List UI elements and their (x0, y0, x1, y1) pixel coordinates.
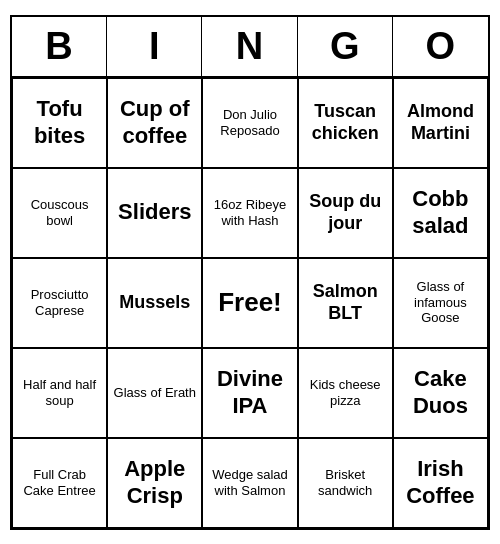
cell-r1-c2: 16oz Ribeye with Hash (202, 168, 297, 258)
cell-r0-c3: Tuscan chicken (298, 78, 393, 168)
cell-r4-c0: Full Crab Cake Entree (12, 438, 107, 528)
header-letter: O (393, 17, 488, 76)
cell-r2-c2: Free! (202, 258, 297, 348)
cell-r3-c1: Glass of Erath (107, 348, 202, 438)
bingo-grid: Tofu bitesCup of coffeeDon Julio Reposad… (12, 78, 488, 528)
cell-r4-c2: Wedge salad with Salmon (202, 438, 297, 528)
header-letter: B (12, 17, 107, 76)
cell-r0-c0: Tofu bites (12, 78, 107, 168)
cell-r2-c1: Mussels (107, 258, 202, 348)
cell-r3-c0: Half and half soup (12, 348, 107, 438)
cell-r1-c1: Sliders (107, 168, 202, 258)
cell-r4-c1: Apple Crisp (107, 438, 202, 528)
cell-r1-c0: Couscous bowl (12, 168, 107, 258)
cell-r2-c3: Salmon BLT (298, 258, 393, 348)
cell-r2-c0: Prosciutto Caprese (12, 258, 107, 348)
cell-r3-c3: Kids cheese pizza (298, 348, 393, 438)
cell-r4-c3: Brisket sandwich (298, 438, 393, 528)
bingo-header: BINGO (12, 17, 488, 78)
cell-r1-c3: Soup du jour (298, 168, 393, 258)
bingo-card: BINGO Tofu bitesCup of coffeeDon Julio R… (10, 15, 490, 530)
cell-r2-c4: Glass of infamous Goose (393, 258, 488, 348)
header-letter: I (107, 17, 202, 76)
cell-r3-c2: Divine IPA (202, 348, 297, 438)
cell-r0-c1: Cup of coffee (107, 78, 202, 168)
cell-r1-c4: Cobb salad (393, 168, 488, 258)
cell-r3-c4: Cake Duos (393, 348, 488, 438)
header-letter: N (202, 17, 297, 76)
cell-r0-c2: Don Julio Reposado (202, 78, 297, 168)
cell-r4-c4: Irish Coffee (393, 438, 488, 528)
header-letter: G (298, 17, 393, 76)
cell-r0-c4: Almond Martini (393, 78, 488, 168)
